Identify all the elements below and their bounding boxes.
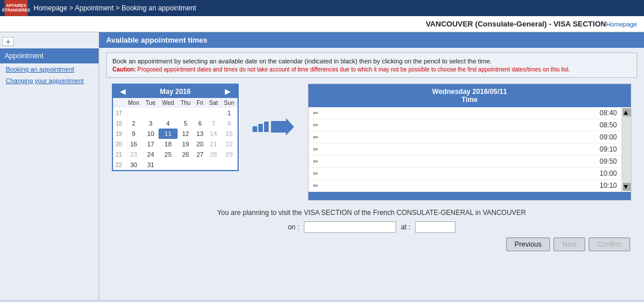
timeslot-panel: Wednesday 2016/05/11 Time ✏08:40✏08:50✏0…	[308, 84, 631, 201]
calendar-day	[194, 108, 206, 118]
loading-arrow	[250, 84, 296, 135]
confirm-button[interactable]: Confirm	[589, 237, 630, 251]
pencil-icon[interactable]: ✏	[313, 122, 318, 129]
timeslot-row[interactable]: ✏09:50	[308, 156, 622, 168]
sidebar-item-appointment[interactable]: Appointment	[0, 48, 99, 63]
previous-button[interactable]: Previous	[506, 237, 551, 251]
timeslot-row[interactable]: ✏08:50	[308, 119, 622, 131]
calendar-day	[159, 160, 177, 170]
timeslot-row[interactable]: ✏09:10	[308, 144, 622, 156]
page-title: VANCOUVER (Consulate-General) - VISA SEC…	[425, 20, 606, 28]
calendar-day[interactable]: 1	[221, 108, 238, 118]
calendar-day	[206, 160, 221, 170]
scroll-up-button[interactable]: ▲	[623, 108, 631, 116]
button-row: Previous Next Confirm	[113, 237, 630, 251]
timeslot-row[interactable]: ✏10:10	[308, 180, 622, 192]
timeslot-time-value: 08:50	[323, 121, 617, 129]
caution-box: Caution: Proposed appointment dates and …	[112, 66, 631, 73]
calendar-day	[142, 108, 159, 118]
timeslot-row[interactable]: ✏08:40	[308, 107, 622, 119]
week-number: 21	[113, 149, 125, 160]
day-header-wed: Wed	[159, 98, 177, 108]
calendar-day: 15	[221, 129, 238, 139]
pencil-icon[interactable]: ✏	[313, 134, 318, 141]
calendar-day	[221, 160, 238, 170]
timeslot-row[interactable]: ✏09:00	[308, 131, 622, 144]
day-header-thu: Thu	[178, 98, 194, 108]
week-number: 22	[113, 160, 125, 170]
calendar-day: 21	[206, 139, 221, 149]
timeslot-time-value: 09:50	[323, 157, 617, 165]
prev-month-button[interactable]: ◀	[118, 87, 128, 96]
timeslot-row[interactable]: ✏10:00	[308, 168, 622, 180]
day-header-tue: Tue	[142, 98, 159, 108]
pencil-icon[interactable]: ✏	[313, 182, 318, 190]
calendar-day[interactable]: 3	[142, 118, 159, 129]
at-label: at :	[401, 223, 410, 231]
calendar-day[interactable]: 25	[159, 149, 177, 160]
next-button[interactable]: Next	[553, 237, 585, 251]
calendar-day[interactable]: 12	[178, 129, 194, 139]
calendar-day[interactable]: 13	[194, 129, 206, 139]
calendar-day: 14	[206, 129, 221, 139]
calendar-day	[178, 108, 194, 118]
at-time-input[interactable]	[415, 221, 455, 233]
calendar-day[interactable]: 2	[125, 118, 142, 129]
calendar-day: 23	[125, 149, 142, 160]
calendar: ◀ May 2016 ▶ Mon Tue Wed Thu	[112, 84, 239, 171]
calendar-day[interactable]: 9	[125, 129, 142, 139]
caution-text: Proposed appointment dates and times do …	[137, 66, 570, 73]
sidebar-item-changing[interactable]: Changing your appointment	[0, 75, 99, 86]
section-title: Available appointment times	[99, 32, 644, 48]
calendar-day	[178, 160, 194, 170]
instruction-box: Book an appointment by selecting an avai…	[106, 52, 637, 78]
calendar-day[interactable]: 6	[194, 118, 206, 129]
timeslot-time-value: 09:00	[323, 133, 617, 141]
calendar-day[interactable]: 4	[159, 118, 177, 129]
calendar-day[interactable]: 5	[178, 118, 194, 129]
homepage-link[interactable]: Homepage	[606, 21, 637, 28]
calendar-day: 28	[206, 149, 221, 160]
calendar-day[interactable]: 17	[142, 139, 159, 149]
breadcrumb: Homepage > Appointment > Booking an appo…	[33, 4, 196, 12]
calendar-day[interactable]: 30	[125, 160, 142, 170]
calendar-day: 22	[221, 139, 238, 149]
calendar-day[interactable]: 19	[178, 139, 194, 149]
day-header-sat: Sat	[206, 98, 221, 108]
calendar-day[interactable]: 10	[142, 129, 159, 139]
next-month-button[interactable]: ▶	[223, 87, 233, 96]
scroll-down-button[interactable]: ▼	[623, 183, 631, 191]
timeslot-footer	[308, 192, 631, 200]
timeslot-time-label: Time	[312, 96, 627, 104]
timeslot-date: Wednesday 2016/05/11	[312, 88, 627, 96]
add-tab-button[interactable]: +	[2, 37, 14, 46]
calendar-day[interactable]: 11	[159, 129, 177, 139]
on-date-input[interactable]	[304, 221, 396, 233]
sidebar-item-booking[interactable]: Booking an appointment	[0, 63, 99, 75]
week-num-header	[113, 98, 125, 108]
calendar-day	[159, 108, 177, 118]
calendar-day[interactable]: 18	[159, 139, 177, 149]
calendar-day	[125, 108, 142, 118]
timeslot-header: Wednesday 2016/05/11 Time	[308, 84, 631, 107]
calendar-day[interactable]: 16	[125, 139, 142, 149]
calendar-day[interactable]: 31	[142, 160, 159, 170]
visit-info: You are planning to visit the VISA SECTI…	[113, 209, 630, 233]
timeslot-time-value: 10:10	[323, 182, 617, 190]
calendar-day[interactable]: 26	[178, 149, 194, 160]
sidebar: + Appointment Booking an appointment Cha…	[0, 32, 99, 300]
instruction-text: Book an appointment by selecting an avai…	[112, 58, 492, 65]
pencil-icon[interactable]: ✏	[313, 158, 318, 165]
calendar-day[interactable]: 20	[194, 139, 206, 149]
pencil-icon[interactable]: ✏	[313, 170, 318, 178]
calendar-day: 29	[221, 149, 238, 160]
caution-label: Caution:	[112, 66, 136, 73]
app-logo: AFFAIRESÉTRANGÈRES	[5, 0, 28, 16]
calendar-day: 7	[206, 118, 221, 129]
pencil-icon[interactable]: ✏	[313, 110, 318, 117]
calendar-day[interactable]: 24	[142, 149, 159, 160]
calendar-day: 8	[221, 118, 238, 129]
calendar-day[interactable]: 27	[194, 149, 206, 160]
calendar-day	[194, 160, 206, 170]
pencil-icon[interactable]: ✏	[313, 146, 318, 153]
